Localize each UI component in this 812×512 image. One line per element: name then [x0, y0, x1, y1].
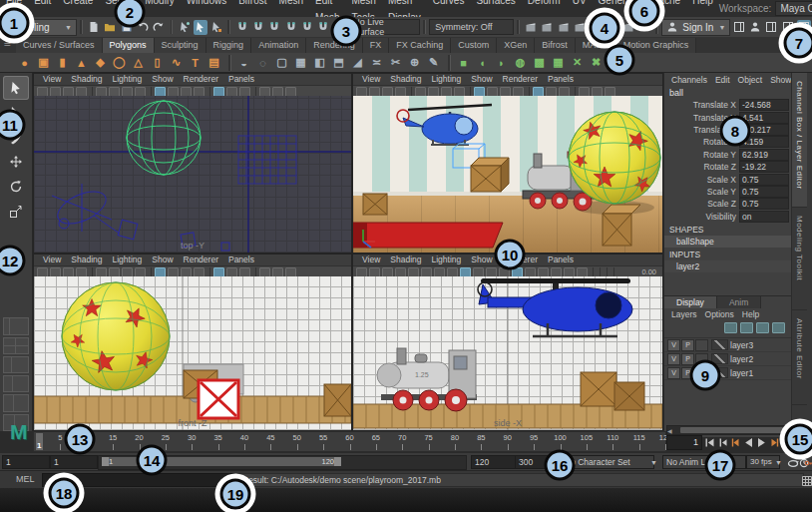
step-back-key-button[interactable] — [729, 435, 742, 449]
isolate-select-icon[interactable] — [285, 87, 296, 97]
viewport-menu-panels[interactable]: Panels — [223, 255, 259, 265]
poly-sphere-icon[interactable]: ● — [16, 54, 33, 71]
layer-row[interactable]: VPlayer2 — [664, 352, 791, 366]
select-camera-icon[interactable] — [37, 267, 48, 277]
render-sequence-icon[interactable] — [573, 20, 587, 35]
channel-box-menu-object[interactable]: Object — [735, 75, 766, 85]
resolution-gate-icon[interactable] — [487, 87, 498, 97]
remesh-icon[interactable]: ▩ — [531, 54, 548, 71]
film-gate-icon[interactable] — [155, 267, 166, 277]
bookmark-icon[interactable] — [395, 87, 406, 97]
gate-mask-icon[interactable] — [181, 267, 192, 277]
safe-title-icon[interactable] — [546, 87, 557, 97]
channel-value-field[interactable]: -24.568 — [739, 99, 789, 111]
shelf-tab-bifrost[interactable]: Bifrost — [535, 38, 576, 53]
safe-action-icon[interactable] — [213, 267, 224, 277]
viewport-menu-show[interactable]: Show — [147, 74, 178, 85]
step-back-frame-button[interactable] — [716, 435, 729, 449]
viewport-menu-shading[interactable]: Shading — [66, 255, 107, 265]
retopologize-icon[interactable]: ▦ — [550, 54, 567, 71]
command-line-language-label[interactable]: MEL — [16, 474, 35, 484]
toy-ball[interactable] — [62, 282, 170, 390]
grease-pencil-icon[interactable] — [122, 267, 133, 277]
channel-box-menu-channels[interactable]: Channels — [668, 75, 710, 85]
hud-toggle-icon[interactable] — [559, 87, 570, 97]
viewport-menu-show[interactable]: Show — [466, 74, 497, 85]
range-handle-left[interactable] — [102, 457, 109, 466]
persp-outliner-layout-button[interactable] — [3, 356, 29, 373]
viewport-side-content[interactable]: 1.25 side -X — [353, 276, 662, 430]
snap-to-point-icon[interactable] — [267, 20, 281, 35]
poly-cone-icon[interactable]: ▲ — [73, 54, 90, 71]
shelf-tab-custom[interactable]: Custom — [451, 38, 497, 53]
boolean-difference-icon[interactable]: ◖ — [474, 54, 491, 71]
viewport-menu-renderer[interactable]: Renderer — [498, 74, 543, 85]
delete-mesh-icon[interactable]: ✖ — [588, 54, 605, 71]
viewport-menu-view[interactable]: View — [357, 74, 385, 85]
quad-draw-icon[interactable]: ✎ — [425, 54, 442, 71]
grid-toggle-icon[interactable] — [135, 267, 146, 277]
chevron-down-icon[interactable]: ▼ — [650, 459, 657, 466]
bevel-icon[interactable]: ◢ — [349, 54, 366, 71]
hud-toggle-icon[interactable] — [239, 267, 250, 277]
poly-svg-icon[interactable]: ▤ — [205, 54, 222, 71]
isolate-select-icon[interactable] — [577, 267, 588, 277]
new-empty-layer-icon[interactable] — [740, 322, 753, 333]
select-camera-icon[interactable] — [356, 267, 367, 277]
layer-tab-display[interactable]: Display — [664, 296, 717, 308]
four-pane-layout-button[interactable] — [3, 337, 29, 354]
script-editor-icon[interactable] — [799, 473, 812, 488]
wireframe-on-shaded-icon[interactable] — [272, 267, 283, 277]
toy-ball[interactable] — [569, 112, 660, 204]
viewport-side[interactable]: ViewShadingLightingShowRendererPanels 0.… — [352, 254, 663, 431]
move-to-new-layer-icon[interactable] — [724, 322, 737, 333]
field-chart-icon[interactable] — [513, 87, 524, 97]
gate-mask-icon[interactable] — [181, 87, 192, 97]
current-time-field[interactable]: 1 — [666, 435, 702, 450]
xray-icon[interactable] — [259, 267, 270, 277]
toy-helicopter[interactable] — [397, 105, 492, 145]
viewport-menu-lighting[interactable]: Lighting — [426, 74, 466, 85]
viewport-menu-view[interactable]: View — [38, 74, 66, 85]
new-layer-options-icon[interactable] — [772, 322, 785, 333]
target-weld-icon[interactable]: ⊕ — [406, 54, 423, 71]
select-camera-icon[interactable] — [356, 87, 367, 97]
range-handle-right[interactable] — [334, 457, 341, 466]
viewport-menu-show[interactable]: Show — [147, 255, 178, 265]
channel-value-field[interactable]: -19.22 — [739, 161, 789, 173]
new-scene-icon[interactable] — [87, 20, 101, 35]
separate-mesh-icon[interactable]: ✕ — [569, 54, 586, 71]
layer-playback-toggle[interactable]: P — [681, 339, 694, 351]
shelf-tab-sculpting[interactable]: Sculpting — [155, 38, 206, 53]
modeling-toolkit-toggle-icon[interactable] — [731, 20, 745, 35]
safe-action-icon[interactable] — [533, 87, 544, 97]
channel-value-field[interactable]: 0.75 — [739, 174, 789, 186]
select-camera-icon[interactable] — [37, 87, 48, 97]
playback-end-field[interactable]: 120 — [471, 455, 517, 469]
move-tool[interactable] — [3, 150, 29, 174]
image-plane-icon[interactable] — [415, 87, 426, 97]
auto-keyframe-icon[interactable] — [804, 455, 812, 470]
outliner-persp-layout-button[interactable] — [3, 375, 29, 392]
make-live-icon[interactable] — [316, 20, 330, 35]
viewport-persp-content[interactable] — [353, 96, 662, 253]
resolution-gate-icon[interactable] — [473, 267, 484, 277]
2d-pan-zoom-icon[interactable] — [428, 87, 439, 97]
separate-icon[interactable]: ◌ — [254, 54, 271, 71]
layer-visibility-toggle[interactable]: V — [667, 353, 680, 365]
snap-to-curve-icon[interactable] — [251, 20, 265, 35]
boolean-union-icon[interactable]: ■ — [455, 54, 472, 71]
viewport-menu-shading[interactable]: Shading — [385, 74, 426, 85]
playback-start-field[interactable]: 1 — [50, 455, 98, 469]
viewport-front[interactable]: ViewShadingLightingShowRendererPanels — [33, 254, 352, 431]
multi-cut-icon[interactable]: ✂ — [387, 54, 404, 71]
channel-value-field[interactable]: on — [739, 211, 789, 223]
layer-visibility-toggle[interactable]: V — [667, 339, 680, 351]
wireframe-on-shaded-icon[interactable] — [272, 87, 283, 97]
input-node[interactable]: layer2 — [664, 260, 791, 272]
new-layer-assign-selected-icon[interactable] — [756, 322, 769, 333]
redo-icon[interactable] — [152, 20, 166, 35]
viewport-menu-lighting[interactable]: Lighting — [107, 255, 147, 265]
sidebar-tab-modeling-toolkit[interactable]: Modeling Toolkit — [792, 208, 807, 310]
layer-row[interactable]: VPlayer1 — [664, 366, 791, 380]
